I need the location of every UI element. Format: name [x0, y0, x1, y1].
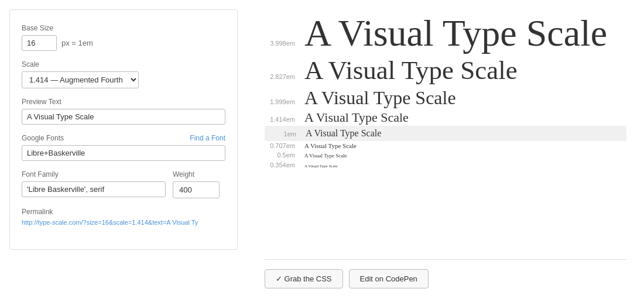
google-fonts-label: Google Fonts: [22, 134, 64, 142]
preview-text: A Visual Type Scale: [304, 88, 456, 108]
preview-text-label: Preview Text: [22, 98, 225, 106]
scale-preview-list: 3.998emA Visual Type Scale2.827emA Visua…: [265, 12, 626, 250]
base-size-input[interactable]: [22, 35, 57, 51]
em-label: 0.354em: [267, 161, 295, 169]
permalink-label: Permalink: [22, 208, 225, 216]
bottom-buttons: ✓ Grab the CSS Edit on CodePen: [265, 269, 626, 294]
grab-css-button[interactable]: ✓ Grab the CSS: [265, 269, 343, 288]
base-size-group: Base Size px = 1em: [22, 24, 225, 51]
em-label: 1em: [268, 130, 296, 137]
base-size-label: Base Size: [22, 24, 225, 32]
edit-codepen-button[interactable]: Edit on CodePen: [349, 269, 429, 288]
scale-select[interactable]: 1.067 — Minor Second 1.125 — Major Secon…: [22, 71, 139, 88]
scale-row: 1.414emA Visual Type Scale: [265, 109, 626, 126]
font-family-label: Font Family: [22, 170, 166, 178]
scale-label: Scale: [22, 60, 225, 68]
right-panel: 3.998emA Visual Type Scale2.827emA Visua…: [247, 0, 644, 306]
scale-row: 0.5emA Visual Type Scale: [265, 150, 626, 160]
em-label: 1.414em: [267, 116, 295, 123]
em-label: 3.998em: [267, 40, 295, 47]
preview-text: A Visual Type Scale: [304, 56, 518, 85]
font-family-input[interactable]: [22, 181, 166, 197]
weight-input[interactable]: [173, 181, 220, 198]
weight-label: Weight: [173, 170, 225, 178]
permalink-link[interactable]: http://type-scale.com/?size=16&scale=1.4…: [22, 219, 215, 226]
scale-group: Scale 1.067 — Minor Second 1.125 — Major…: [22, 60, 225, 88]
preview-text: A Visual Type Scale: [304, 111, 409, 125]
preview-text-group: Preview Text: [22, 98, 225, 125]
scale-row: 2.827emA Visual Type Scale: [265, 55, 626, 87]
google-fonts-input[interactable]: [22, 145, 225, 161]
google-fonts-group: Google Fonts Find a Font: [22, 134, 225, 161]
preview-text: A Visual Type Scale: [304, 153, 347, 159]
font-family-weight-group: Font Family Weight: [22, 170, 225, 198]
scale-row: 1emA Visual Type Scale: [265, 126, 626, 141]
find-font-link[interactable]: Find a Font: [190, 134, 225, 142]
divider: [265, 259, 626, 260]
preview-text: A Visual Type Scale: [304, 13, 607, 54]
permalink-group: Permalink http://type-scale.com/?size=16…: [22, 208, 225, 226]
scale-row: 0.707emA Visual Type Scale: [265, 141, 626, 150]
em-label: 0.5em: [267, 152, 295, 159]
em-label: 0.707em: [267, 142, 295, 149]
preview-text: A Visual Type Scale: [304, 142, 357, 149]
scale-row: 1.999emA Visual Type Scale: [265, 87, 626, 109]
preview-text-input[interactable]: [22, 109, 225, 125]
em-label: 2.827em: [267, 73, 295, 80]
em-label: 1.999em: [267, 98, 295, 105]
scale-row: 0.354emA Visual Type Scale: [265, 160, 626, 170]
preview-text: A Visual Type Scale: [304, 164, 338, 169]
scale-row: 3.998emA Visual Type Scale: [265, 12, 626, 55]
px-label: px = 1em: [61, 39, 93, 47]
left-panel: Base Size px = 1em Scale 1.067 — Minor S…: [9, 9, 238, 250]
preview-text: A Visual Type Scale: [306, 128, 381, 139]
